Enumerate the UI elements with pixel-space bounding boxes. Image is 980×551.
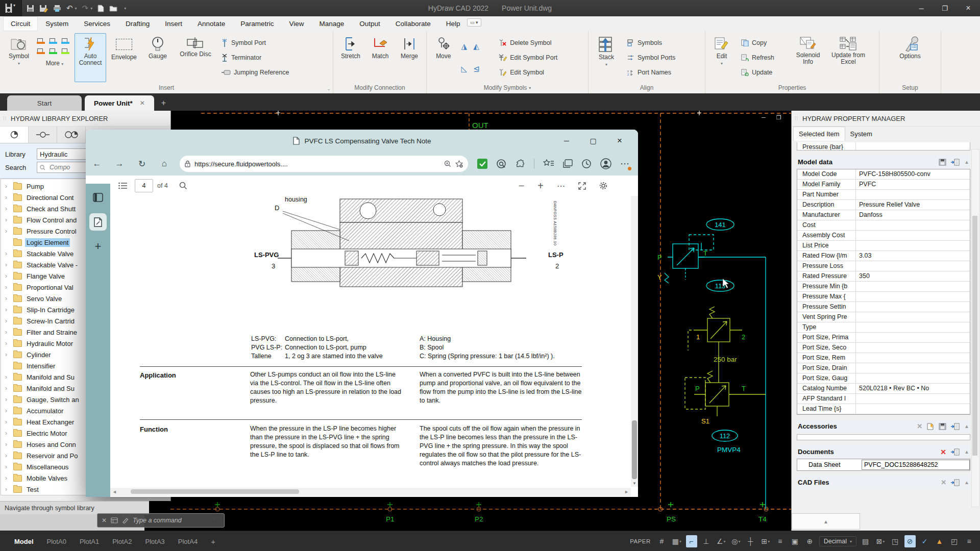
edit-properties-button[interactable]: Edit▾ bbox=[708, 33, 735, 82]
annotation-scale-icon[interactable]: ⊕ bbox=[804, 535, 816, 547]
expand-chevron-icon[interactable]: › bbox=[5, 272, 10, 280]
expand-chevron-icon[interactable]: › bbox=[5, 430, 10, 437]
relief-valve-2[interactable] bbox=[685, 371, 766, 416]
Selected Item[interactable]: Selected Item bbox=[793, 127, 845, 141]
grid-display-icon[interactable]: # bbox=[656, 535, 668, 547]
rotate-ccw-icon[interactable]: ◮ bbox=[461, 42, 468, 51]
pdf-horizontal-scrollbar[interactable]: ◄ ► bbox=[110, 488, 631, 496]
symbol-button[interactable]: Symbol▾ bbox=[3, 33, 35, 82]
reload-icon[interactable]: ↻ bbox=[131, 159, 153, 169]
library-tab-assemblies[interactable] bbox=[57, 127, 86, 143]
more-item-icon[interactable] bbox=[61, 37, 70, 44]
layout-tab[interactable]: PlotA4 bbox=[178, 538, 198, 545]
expand-chevron-icon[interactable]: › bbox=[5, 418, 10, 425]
property-row[interactable]: Port Size, Seco bbox=[797, 343, 970, 353]
layout-tab[interactable]: PlotA2 bbox=[112, 538, 132, 545]
copy-properties-button[interactable]: Copy bbox=[739, 37, 787, 49]
property-row[interactable]: Model FamilyPVFC bbox=[797, 180, 970, 190]
relief-valve-1[interactable] bbox=[688, 307, 742, 383]
property-row[interactable]: Rated Pressure350 bbox=[797, 271, 970, 282]
close-tab-icon[interactable]: ✕ bbox=[140, 99, 145, 107]
plot-button[interactable] bbox=[53, 5, 61, 12]
save-button[interactable] bbox=[27, 5, 34, 12]
property-row[interactable]: Port Size, Drain bbox=[797, 363, 970, 373]
pdf-settings-gear-icon[interactable] bbox=[599, 182, 607, 190]
polar-tracking-icon[interactable]: ∠▾ bbox=[716, 535, 727, 547]
property-row[interactable]: ManufacturerDanfoss bbox=[797, 210, 970, 220]
balloon-141[interactable]: 141 bbox=[706, 219, 734, 230]
mirror-vertical-icon[interactable]: ◭ bbox=[473, 42, 479, 51]
Collaborate[interactable]: Collaborate bbox=[388, 16, 438, 31]
stack-button[interactable]: Stack▾ bbox=[592, 33, 621, 82]
property-row[interactable]: Assembly Cost bbox=[797, 231, 970, 241]
save-as-button[interactable] bbox=[39, 5, 48, 12]
redo-button[interactable]: ↷ bbox=[82, 4, 89, 13]
expand-chevron-icon[interactable]: › bbox=[5, 340, 10, 347]
zoom-page-icon[interactable] bbox=[444, 160, 451, 167]
customization-icon[interactable]: ≡ bbox=[964, 535, 975, 547]
layout-tab[interactable]: PlotA0 bbox=[47, 538, 66, 545]
balloon-113[interactable]: 113 bbox=[706, 280, 734, 291]
Output[interactable]: Output bbox=[352, 16, 388, 31]
orifice-disc-button[interactable]: Orifice Disc bbox=[176, 33, 215, 82]
expand-chevron-icon[interactable]: › bbox=[5, 329, 10, 336]
model-tab[interactable]: Model bbox=[14, 538, 34, 545]
expand-chevron-icon[interactable]: › bbox=[5, 385, 10, 392]
scrollbar-thumb[interactable] bbox=[131, 489, 299, 494]
more-item-icon[interactable] bbox=[49, 37, 58, 44]
expand-chevron-icon[interactable]: › bbox=[5, 441, 10, 448]
add-document-icon[interactable] bbox=[927, 423, 934, 430]
accessories-section-header[interactable]: Accessories ✕ ▲ bbox=[797, 419, 970, 433]
search-document-icon[interactable] bbox=[179, 182, 187, 190]
application-menu-button[interactable]: ▾ bbox=[0, 0, 22, 16]
pdf-document-tab-icon[interactable] bbox=[89, 213, 107, 231]
align-symbols-button[interactable]: Symbols bbox=[625, 37, 697, 49]
expand-chevron-icon[interactable]: › bbox=[5, 295, 10, 302]
history-icon[interactable] bbox=[581, 159, 592, 169]
home-icon[interactable]: ⌂ bbox=[153, 159, 176, 169]
port-cross-marker[interactable] bbox=[760, 502, 765, 507]
collapsed-preview-panel[interactable]: ▲ bbox=[792, 513, 860, 530]
solenoid-info-button[interactable]: SolenoidInfo bbox=[791, 33, 825, 82]
align-symbol-ports-button[interactable]: * Symbol Ports bbox=[625, 52, 697, 64]
lineweight-icon[interactable]: ≡ bbox=[775, 535, 786, 547]
property-row[interactable]: Catalog Numbe520L0218 • Rev BC • No bbox=[797, 384, 970, 394]
expand-chevron-icon[interactable]: › bbox=[5, 216, 10, 223]
delete-cad-file-icon[interactable]: ✕ bbox=[941, 479, 946, 486]
collapse-section-icon[interactable]: ▲ bbox=[964, 480, 969, 485]
units-dropdown[interactable]: Decimal▾ bbox=[819, 536, 856, 546]
more-item-icon[interactable] bbox=[37, 47, 46, 55]
property-row[interactable]: Vent Spring Pre bbox=[797, 312, 970, 322]
lock-ui-icon[interactable]: ⊠▾ bbox=[875, 535, 886, 547]
open-drawing-button[interactable] bbox=[109, 5, 118, 12]
annotation-monitor-icon[interactable]: ▲ bbox=[934, 535, 945, 547]
gauge-button[interactable]: Gauge bbox=[142, 33, 174, 82]
match-button[interactable]: Match bbox=[367, 33, 394, 82]
export-icon[interactable] bbox=[951, 479, 960, 486]
extensions-puzzle-icon[interactable] bbox=[515, 159, 525, 169]
mirror-horizontal-icon[interactable]: ⊴ bbox=[473, 64, 480, 73]
property-row[interactable]: Port Size, Gaug bbox=[797, 373, 970, 384]
browser-maximize-button[interactable]: ▢ bbox=[580, 137, 606, 145]
panel-grip[interactable]: ⁞⁞ bbox=[795, 116, 798, 121]
expand-chevron-icon[interactable]: › bbox=[5, 317, 10, 324]
property-row[interactable]: Rated Flow {l/m3.03 bbox=[797, 251, 970, 261]
favorites-icon[interactable] bbox=[543, 159, 554, 168]
command-prompt-text[interactable]: Type a command bbox=[133, 517, 182, 524]
command-recent-icon[interactable] bbox=[111, 517, 118, 523]
property-row[interactable]: Cost bbox=[797, 220, 970, 231]
expand-chevron-icon[interactable]: › bbox=[5, 284, 10, 291]
Manage[interactable]: Manage bbox=[311, 16, 352, 31]
restore-button[interactable]: ❐ bbox=[933, 0, 957, 16]
property-row[interactable]: Pressure Min {b bbox=[797, 282, 970, 292]
expand-chevron-icon[interactable]: › bbox=[5, 373, 10, 381]
property-row[interactable]: Model CodePVFC-158H805500-conv bbox=[797, 169, 970, 180]
browser-settings-menu-icon[interactable]: ⋯ bbox=[620, 158, 630, 169]
address-bar[interactable]: https://secure.fluidpowertools.... bbox=[180, 156, 468, 172]
sidebar-toggle-icon[interactable] bbox=[89, 189, 107, 206]
more-item-icon[interactable] bbox=[49, 47, 58, 55]
property-row[interactable]: Pressure Max { bbox=[797, 292, 970, 302]
expand-chevron-icon[interactable]: › bbox=[5, 474, 10, 482]
System[interactable]: System bbox=[38, 16, 76, 31]
more-item-icon[interactable] bbox=[37, 37, 46, 44]
